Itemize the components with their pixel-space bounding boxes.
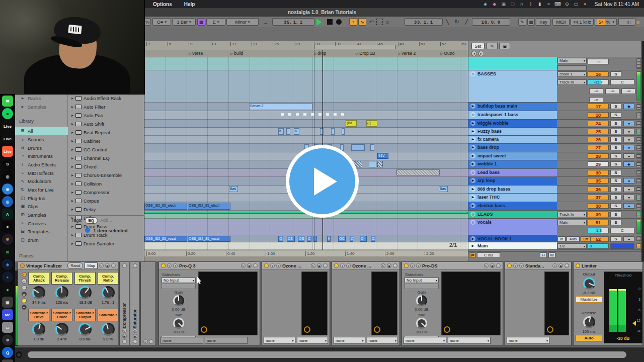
track-number-badge[interactable]: 29 bbox=[588, 161, 609, 167]
remove-variation-icon[interactable]: − bbox=[22, 285, 27, 290]
track-arm-button[interactable]: ◆ bbox=[623, 161, 634, 167]
scale-mode-button[interactable]: ▦ bbox=[197, 18, 205, 26]
key-map-button[interactable]: Key bbox=[536, 18, 551, 26]
param-slot[interactable]: none bbox=[448, 337, 491, 344]
rack-chain-icon[interactable]: ● bbox=[22, 305, 27, 310]
arrangement-clip[interactable]: CS bbox=[287, 236, 295, 242]
main-cue-box[interactable] bbox=[610, 243, 634, 249]
arrangement-clip[interactable]: K bbox=[294, 128, 299, 135]
device-on-toggle[interactable] bbox=[264, 263, 269, 268]
track-io-chooser[interactable]: Main bbox=[557, 220, 587, 225]
gain-knob[interactable] bbox=[173, 295, 184, 306]
collapsed-device-chain[interactable]: Saturator ↻ ▣ ⋯ bbox=[130, 261, 140, 346]
macro-knob[interactable] bbox=[32, 323, 45, 336]
track-number-badge[interactable]: 28 bbox=[588, 153, 609, 159]
dock-app-icon[interactable]: ◉ bbox=[2, 184, 13, 195]
vocal-hook-auto-button[interactable]: Auto bbox=[567, 236, 580, 242]
track-arm-button[interactable]: ● bbox=[623, 187, 634, 192]
locator-marker[interactable]: Drop 1B bbox=[356, 51, 375, 56]
track-solo-button[interactable]: S bbox=[610, 195, 621, 200]
auto-release-button[interactable]: Auto bbox=[576, 335, 602, 341]
arrangement-clip[interactable]: O bbox=[360, 236, 367, 242]
menubar-status-icon[interactable]: ≈ bbox=[544, 2, 553, 7]
track-solo-button[interactable]: S bbox=[610, 129, 621, 134]
arrangement-position[interactable]: 35. 1. 1 bbox=[272, 18, 314, 26]
arrangement-clip[interactable] bbox=[396, 169, 440, 175]
param-slot[interactable]: none bbox=[507, 337, 549, 344]
endcap-icon-1[interactable]: ⊘ bbox=[143, 339, 148, 344]
macro-variations-icon[interactable]: ◐ bbox=[22, 272, 27, 277]
arrangement-clip[interactable]: O bbox=[350, 236, 353, 242]
track-type-icon[interactable]: ▶ bbox=[470, 243, 475, 248]
device-on-toggle[interactable] bbox=[404, 263, 409, 268]
add-variation-icon[interactable]: + bbox=[22, 279, 27, 284]
track-row[interactable]: ▶ VOCAL HOOK 1 52 S ● bbox=[468, 235, 644, 242]
track-name-area[interactable]: ▶ fx camera bbox=[468, 136, 557, 143]
browser-category-item[interactable]: Chorus-Ensemble bbox=[68, 171, 144, 179]
info-icon[interactable]: ◎ bbox=[16, 351, 22, 358]
track-solo-button[interactable]: S bbox=[610, 137, 621, 142]
track-type-icon[interactable]: ▶ bbox=[470, 129, 475, 134]
track-name-area[interactable]: ◎ trackspacer 1 bass bbox=[468, 111, 557, 119]
browser-category-item[interactable]: Beat Repeat bbox=[68, 128, 144, 137]
track-number-badge[interactable]: 30 bbox=[588, 170, 609, 175]
camera-icon[interactable]: ◉ bbox=[22, 292, 27, 297]
macro-knob[interactable] bbox=[102, 323, 115, 336]
chain-sync-icon[interactable]: ↻ bbox=[133, 328, 137, 333]
plugin-ui-placeholder[interactable] bbox=[371, 272, 397, 335]
save-preset-icon[interactable]: ▣ bbox=[490, 263, 495, 268]
basses-pan[interactable]: C bbox=[610, 79, 634, 85]
track-name-area[interactable]: ▶ 808 drop basss bbox=[468, 186, 557, 193]
device-on-toggle[interactable] bbox=[20, 263, 25, 268]
track-row[interactable]: ▶ impact sweet 28 S ● bbox=[468, 152, 644, 160]
hamburger-icon[interactable]: ≡ bbox=[634, 18, 642, 26]
endcap-icon-2[interactable]: ⋯ bbox=[149, 339, 153, 344]
device-on-toggle[interactable] bbox=[507, 263, 512, 268]
browser-category-item[interactable]: Chord bbox=[68, 162, 144, 171]
locator-marker[interactable]: verse 2 bbox=[398, 51, 416, 56]
browser-category-item[interactable]: Channel EQ bbox=[68, 154, 144, 162]
arrangement-clip[interactable] bbox=[351, 144, 365, 151]
device-title[interactable]: Pro-DS bbox=[422, 263, 438, 268]
arrangement-clip[interactable] bbox=[370, 144, 374, 151]
sidechain-input-chooser[interactable]: No Input bbox=[162, 278, 196, 283]
plugin-ui-placeholder[interactable] bbox=[301, 272, 328, 335]
rack-rand-button[interactable]: Rand bbox=[67, 262, 83, 269]
vocals-volume[interactable]: -1.3 bbox=[588, 228, 609, 233]
arrangement-clip[interactable]: N bbox=[327, 236, 331, 242]
track-arm-button[interactable]: ● bbox=[623, 236, 634, 242]
track-type-icon[interactable]: ▶ bbox=[470, 187, 475, 192]
chain-save-icon[interactable]: ▣ bbox=[133, 334, 137, 338]
track-row[interactable]: ▶ fx camera 26 S ● bbox=[468, 136, 644, 144]
track-arm-button[interactable]: ● bbox=[623, 129, 634, 134]
menubar-status-icon[interactable]: ᛒ bbox=[526, 2, 535, 7]
session-record-button[interactable]: ○ bbox=[384, 18, 391, 26]
track-row[interactable]: ▶ wiggle wobble 24 S ● bbox=[468, 120, 644, 128]
track-type-icon[interactable]: ▶ bbox=[470, 104, 475, 109]
hot-swap-icon[interactable]: ✛ bbox=[416, 263, 421, 268]
track-name-area[interactable]: ▶ Main bbox=[468, 242, 557, 249]
track-solo-button[interactable]: S bbox=[610, 178, 621, 184]
track-arm-button[interactable]: ● bbox=[623, 121, 634, 126]
hot-swap-icon[interactable]: ✛ bbox=[173, 263, 178, 268]
arrangement-clip[interactable]: Serum 2 bbox=[249, 103, 312, 110]
show-hide-w-button[interactable]: W bbox=[548, 252, 555, 258]
locator-marker[interactable]: Outro bbox=[440, 51, 455, 56]
track-io-chooser[interactable]: chain 1 bbox=[557, 71, 587, 77]
chain-toggle-icon[interactable] bbox=[122, 263, 127, 268]
track-row[interactable]: ▶ laser THIC 37 S ● bbox=[468, 194, 644, 202]
track-solo-button[interactable]: S bbox=[610, 161, 621, 167]
sidebar-library-item[interactable]: ↻ Max for Live bbox=[15, 186, 68, 194]
lock-icon-button[interactable]: ▣ bbox=[499, 43, 510, 49]
computer-midi-keyboard-button[interactable]: ▦ bbox=[527, 18, 535, 26]
automation-arm-button[interactable]: ∿ bbox=[358, 18, 366, 26]
track-type-icon[interactable]: ▶ bbox=[470, 178, 475, 183]
track-name-area[interactable]: ▶ Fuzzy bass bbox=[468, 128, 557, 135]
track-number-badge[interactable]: 37 bbox=[588, 195, 609, 200]
dock-app-icon[interactable]: ılı bbox=[2, 246, 13, 257]
track-arm-button[interactable]: ● bbox=[623, 195, 634, 200]
chain-more-icon[interactable]: ⋯ bbox=[122, 339, 127, 344]
chain-save-icon[interactable]: ▣ bbox=[122, 334, 127, 338]
fold-icon[interactable]: ▾ bbox=[340, 263, 345, 268]
output-knob[interactable] bbox=[583, 278, 595, 290]
